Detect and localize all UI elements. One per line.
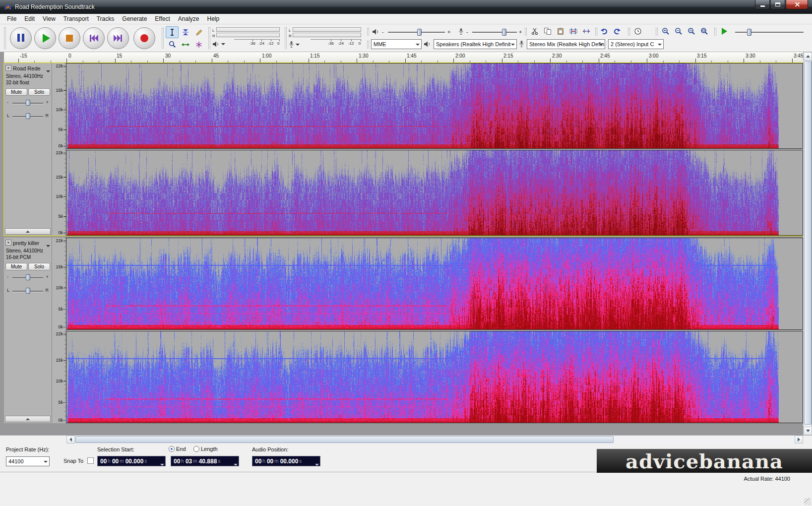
track-collapse-button[interactable]: [5, 416, 51, 422]
paste-button[interactable]: [555, 26, 566, 37]
toolbar-grip[interactable]: [4, 27, 6, 49]
output-volume-thumb[interactable]: [417, 29, 422, 36]
scroll-down-button[interactable]: [804, 427, 812, 435]
toolbar-grip[interactable]: [656, 28, 658, 36]
horizontal-scroll-thumb[interactable]: [75, 436, 614, 443]
input-volume-thumb[interactable]: [502, 29, 506, 36]
track-close-button[interactable]: ×: [5, 65, 11, 71]
copy-button[interactable]: [542, 26, 554, 37]
track-menu-arrow-icon[interactable]: [46, 242, 50, 248]
maximize-button[interactable]: [770, 0, 785, 9]
selection-length-radio[interactable]: Length: [193, 446, 218, 452]
gain-thumb[interactable]: [26, 100, 30, 106]
undo-button[interactable]: [598, 26, 610, 37]
toolbar-grip[interactable]: [367, 28, 369, 36]
playback-speed-thumb[interactable]: [747, 29, 751, 36]
envelope-tool-button[interactable]: [179, 26, 192, 38]
skip-to-end-button[interactable]: [107, 27, 129, 49]
gain-thumb[interactable]: [26, 274, 30, 280]
silence-audio-button[interactable]: [580, 26, 592, 37]
spectrogram-left-channel[interactable]: [66, 63, 803, 148]
scroll-left-button[interactable]: [66, 436, 75, 443]
toolbar-grip[interactable]: [628, 28, 630, 36]
gain-slider[interactable]: - +: [6, 273, 50, 281]
track-title[interactable]: Road Rede: [13, 65, 41, 71]
menu-view[interactable]: View: [39, 14, 60, 24]
spectrogram-left-channel[interactable]: [66, 238, 803, 329]
pan-thumb[interactable]: [26, 288, 30, 294]
redo-button[interactable]: [611, 26, 623, 37]
recording-channels-select[interactable]: 2 (Stereo) Input C: [608, 39, 664, 49]
timeshift-tool-button[interactable]: [179, 39, 192, 51]
zoom-out-button[interactable]: [673, 26, 685, 37]
playback-device-select[interactable]: Speakers (Realtek High Definit: [434, 39, 517, 49]
pan-thumb[interactable]: [26, 113, 30, 119]
mute-button[interactable]: Mute: [5, 88, 27, 96]
menu-generate[interactable]: Generate: [118, 14, 151, 24]
spectrogram-right-channel[interactable]: [66, 150, 803, 235]
menu-edit[interactable]: Edit: [20, 14, 39, 24]
scroll-up-button[interactable]: [804, 52, 812, 61]
sync-lock-button[interactable]: [632, 26, 644, 37]
playback-speed-slider[interactable]: [735, 32, 804, 33]
record-button[interactable]: [133, 27, 155, 49]
timeline-ruler[interactable]: -15 0 15 30 45 1:00 1:15 1:30 1:45 2:00 …: [4, 52, 803, 63]
timefield-dropdown-arrow[interactable]: [315, 460, 319, 467]
fit-selection-button[interactable]: [686, 26, 697, 37]
menu-analyze[interactable]: Analyze: [174, 14, 203, 24]
draw-tool-button[interactable]: [192, 26, 205, 38]
menu-transport[interactable]: Transport: [60, 14, 93, 24]
cut-button[interactable]: [529, 26, 541, 37]
project-rate-select[interactable]: 44100: [6, 456, 50, 466]
playback-meter[interactable]: L R -36 -24 -12 0: [208, 25, 283, 51]
vertical-scrollbar[interactable]: [803, 52, 812, 435]
output-volume-slider[interactable]: [388, 32, 445, 33]
pause-button[interactable]: [10, 27, 32, 49]
toolbar-grip[interactable]: [525, 28, 527, 36]
track-menu-arrow-icon[interactable]: [46, 67, 50, 73]
recording-meter-menu[interactable]: [289, 41, 300, 48]
selection-start-field[interactable]: 00h 00m 00.000s: [97, 456, 166, 466]
menu-tracks[interactable]: Tracks: [93, 14, 119, 24]
track-collapse-button[interactable]: [5, 228, 51, 235]
fit-project-button[interactable]: [698, 26, 710, 37]
scroll-right-button[interactable]: [795, 436, 803, 443]
audio-position-field[interactable]: 00h 00m 00.000s: [252, 456, 320, 466]
track-close-button[interactable]: ×: [5, 240, 11, 246]
toolbar-grip[interactable]: [595, 28, 597, 36]
zoom-in-button[interactable]: [660, 26, 672, 37]
menu-effect[interactable]: Effect: [151, 14, 174, 24]
toolbar-grip[interactable]: [208, 27, 210, 49]
recording-meter[interactable]: L R -36 -24 -12 0: [285, 25, 364, 51]
recording-device-select[interactable]: Stereo Mix (Realtek High Defin: [527, 39, 605, 49]
toolbar-grip[interactable]: [162, 28, 164, 49]
track-title[interactable]: pretty killer: [13, 240, 39, 246]
play-at-speed-button[interactable]: [718, 26, 730, 37]
solo-button[interactable]: Solo: [28, 88, 50, 96]
menu-file[interactable]: File: [3, 14, 20, 24]
pan-slider[interactable]: L R: [6, 112, 50, 120]
multi-tool-button[interactable]: [192, 39, 205, 51]
toolbar-grip[interactable]: [285, 27, 287, 49]
horizontal-scrollbar[interactable]: [66, 436, 803, 443]
menu-help[interactable]: Help: [203, 14, 224, 24]
resize-grip[interactable]: [804, 498, 811, 505]
spectrogram-right-channel[interactable]: [66, 331, 803, 423]
selection-end-field[interactable]: 00h 03m 40.888s: [171, 456, 239, 466]
selection-end-radio[interactable]: End: [169, 446, 186, 452]
minimize-button[interactable]: [755, 0, 770, 9]
snap-to-checkbox[interactable]: [87, 457, 94, 464]
playback-meter-menu[interactable]: [212, 41, 225, 48]
mute-button[interactable]: Mute: [5, 263, 27, 270]
play-button[interactable]: [34, 27, 56, 49]
audio-host-select[interactable]: MME: [371, 39, 422, 49]
gain-slider[interactable]: - +: [6, 99, 50, 107]
close-button[interactable]: [786, 0, 808, 9]
toolbar-grip[interactable]: [367, 41, 369, 49]
selection-tool-button[interactable]: [166, 26, 179, 38]
timefield-dropdown-arrow[interactable]: [160, 460, 164, 467]
trim-audio-button[interactable]: [567, 26, 579, 37]
track-control-panel[interactable]: × Road Rede Stereo, 44100Hz 32-bit float…: [4, 63, 52, 236]
solo-button[interactable]: Solo: [28, 263, 50, 270]
pan-slider[interactable]: L R: [6, 287, 50, 295]
